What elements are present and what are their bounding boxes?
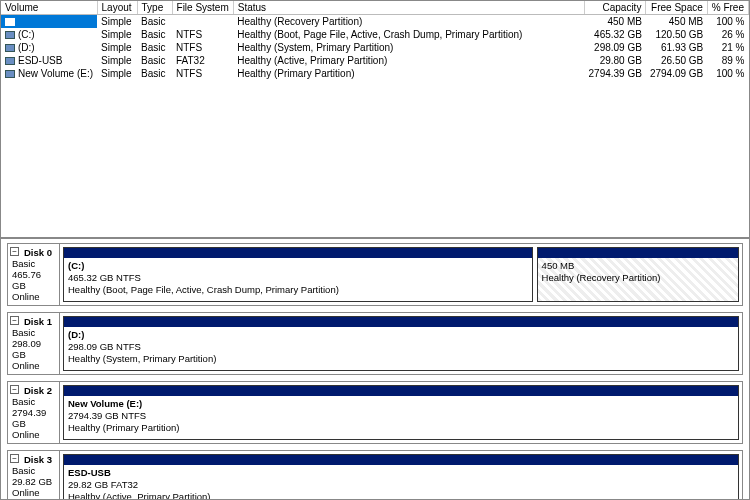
volume-list-pane[interactable]: Volume Layout Type File System Status Ca… xyxy=(1,1,749,239)
partition-status: Healthy (Boot, Page File, Active, Crash … xyxy=(68,284,528,296)
volume-row[interactable]: (D:)SimpleBasicNTFSHealthy (System, Prim… xyxy=(1,41,749,54)
volume-layout: Simple xyxy=(97,54,137,67)
volume-pfree: 100 % xyxy=(707,67,748,80)
disk-header[interactable]: −Disk 1Basic298.09 GBOnline xyxy=(8,313,60,374)
volume-row[interactable]: New Volume (E:)SimpleBasicNTFSHealthy (P… xyxy=(1,67,749,80)
volume-status: Healthy (Primary Partition) xyxy=(233,67,584,80)
volume-type: Basic xyxy=(137,28,172,41)
col-type[interactable]: Type xyxy=(137,1,172,15)
partition-status: Healthy (System, Primary Partition) xyxy=(68,353,734,365)
disk-name: Disk 1 xyxy=(24,316,55,327)
disk-name: Disk 3 xyxy=(24,454,55,465)
col-pfree[interactable]: % Free xyxy=(707,1,748,15)
disk-partitions: (D:)298.09 GB NTFSHealthy (System, Prima… xyxy=(60,313,742,374)
partition[interactable]: (D:)298.09 GB NTFSHealthy (System, Prima… xyxy=(63,316,739,371)
volume-pfree: 21 % xyxy=(707,41,748,54)
volume-layout: Simple xyxy=(97,28,137,41)
disk-size: 29.82 GB xyxy=(12,476,55,487)
volume-status: Healthy (Boot, Page File, Active, Crash … xyxy=(233,28,584,41)
disk-state: Online xyxy=(12,360,55,371)
disk-header[interactable]: −Disk 2Basic2794.39 GBOnline xyxy=(8,382,60,443)
disk-type: Basic xyxy=(12,396,55,407)
collapse-icon[interactable]: − xyxy=(10,247,19,256)
disk-row[interactable]: −Disk 2Basic2794.39 GBOnlineNew Volume (… xyxy=(7,381,743,444)
volume-name: ESD-USB xyxy=(18,55,62,66)
volume-layout: Simple xyxy=(97,15,137,29)
partition[interactable]: New Volume (E:)2794.39 GB NTFSHealthy (P… xyxy=(63,385,739,440)
partition-size: 29.82 GB FAT32 xyxy=(68,479,734,491)
collapse-icon[interactable]: − xyxy=(10,385,19,394)
volume-name: New Volume (E:) xyxy=(18,68,93,79)
collapse-icon[interactable]: − xyxy=(10,316,19,325)
volume-capacity: 465.32 GB xyxy=(585,28,646,41)
col-status[interactable]: Status xyxy=(233,1,584,15)
volume-icon xyxy=(5,70,15,78)
disk-type: Basic xyxy=(12,258,55,269)
volume-pfree: 89 % xyxy=(707,54,748,67)
volume-icon xyxy=(5,18,15,26)
volume-free: 61.93 GB xyxy=(646,41,707,54)
volume-capacity: 298.09 GB xyxy=(585,41,646,54)
disk-type: Basic xyxy=(12,465,55,476)
partition-bar xyxy=(64,386,738,396)
disk-state: Online xyxy=(12,487,55,498)
partition[interactable]: ESD-USB29.82 GB FAT32Healthy (Active, Pr… xyxy=(63,454,739,499)
disk-state: Online xyxy=(12,429,55,440)
disk-size: 298.09 GB xyxy=(12,338,55,360)
disk-state: Online xyxy=(12,291,55,302)
volume-name: (C:) xyxy=(18,29,35,40)
disk-row[interactable]: −Disk 1Basic298.09 GBOnline(D:)298.09 GB… xyxy=(7,312,743,375)
volume-type: Basic xyxy=(137,15,172,29)
volume-free: 26.50 GB xyxy=(646,54,707,67)
partition-status: Healthy (Recovery Partition) xyxy=(542,272,734,284)
volume-row[interactable]: ESD-USBSimpleBasicFAT32Healthy (Active, … xyxy=(1,54,749,67)
col-layout[interactable]: Layout xyxy=(97,1,137,15)
volume-row[interactable]: (C:)SimpleBasicNTFSHealthy (Boot, Page F… xyxy=(1,28,749,41)
disk-name: Disk 0 xyxy=(24,247,55,258)
disk-partitions: ESD-USB29.82 GB FAT32Healthy (Active, Pr… xyxy=(60,451,742,499)
disk-header[interactable]: −Disk 0Basic465.76 GBOnline xyxy=(8,244,60,305)
volume-icon xyxy=(5,57,15,65)
volume-fs: NTFS xyxy=(172,41,233,54)
volume-type: Basic xyxy=(137,67,172,80)
disk-size: 465.76 GB xyxy=(12,269,55,291)
partition-title: New Volume (E:) xyxy=(68,398,734,410)
volume-fs: NTFS xyxy=(172,67,233,80)
disk-map-pane[interactable]: −Disk 0Basic465.76 GBOnline(C:)465.32 GB… xyxy=(1,239,749,499)
volume-layout: Simple xyxy=(97,41,137,54)
collapse-icon[interactable]: − xyxy=(10,454,19,463)
volume-status: Healthy (Active, Primary Partition) xyxy=(233,54,584,67)
partition-title: (D:) xyxy=(68,329,734,341)
volume-row[interactable]: SimpleBasicHealthy (Recovery Partition)4… xyxy=(1,15,749,29)
volume-capacity: 29.80 GB xyxy=(585,54,646,67)
partition-size: 298.09 GB NTFS xyxy=(68,341,734,353)
volume-type: Basic xyxy=(137,41,172,54)
volume-status: Healthy (System, Primary Partition) xyxy=(233,41,584,54)
col-free[interactable]: Free Space xyxy=(646,1,707,15)
partition[interactable]: (C:)465.32 GB NTFSHealthy (Boot, Page Fi… xyxy=(63,247,533,302)
volume-capacity: 2794.39 GB xyxy=(585,67,646,80)
partition-status: Healthy (Primary Partition) xyxy=(68,422,734,434)
volume-name: (D:) xyxy=(18,42,35,53)
volume-pfree: 100 % xyxy=(707,15,748,29)
col-fs[interactable]: File System xyxy=(172,1,233,15)
disk-type: Basic xyxy=(12,327,55,338)
volume-fs: FAT32 xyxy=(172,54,233,67)
disk-row[interactable]: −Disk 0Basic465.76 GBOnline(C:)465.32 GB… xyxy=(7,243,743,306)
partition[interactable]: 450 MBHealthy (Recovery Partition) xyxy=(537,247,739,302)
volume-icon xyxy=(5,31,15,39)
volume-table[interactable]: Volume Layout Type File System Status Ca… xyxy=(1,1,749,80)
disk-size: 2794.39 GB xyxy=(12,407,55,429)
partition-size: 2794.39 GB NTFS xyxy=(68,410,734,422)
disk-header[interactable]: −Disk 3Basic29.82 GBOnline xyxy=(8,451,60,499)
volume-icon xyxy=(5,44,15,52)
col-volume[interactable]: Volume xyxy=(1,1,97,15)
volume-fs xyxy=(172,15,233,29)
partition-bar xyxy=(64,248,532,258)
col-capacity[interactable]: Capacity xyxy=(585,1,646,15)
volume-header-row[interactable]: Volume Layout Type File System Status Ca… xyxy=(1,1,749,15)
partition-bar xyxy=(538,248,738,258)
disk-row[interactable]: −Disk 3Basic29.82 GBOnlineESD-USB29.82 G… xyxy=(7,450,743,499)
disk-partitions: New Volume (E:)2794.39 GB NTFSHealthy (P… xyxy=(60,382,742,443)
volume-status: Healthy (Recovery Partition) xyxy=(233,15,584,29)
